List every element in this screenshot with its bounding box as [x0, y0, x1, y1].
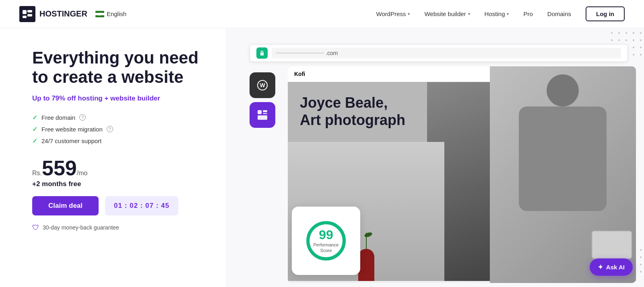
nav-hosting[interactable]: Hosting ▾ — [485, 10, 509, 17]
subtitle-prefix: Up to — [32, 94, 52, 102]
hero-subtitle: Up to 79% off hosting + website builder — [32, 94, 206, 102]
svg-rect-2 — [27, 14, 32, 16]
preview-title-line2: Art photograph — [300, 111, 405, 129]
price-currency: Rs. — [32, 170, 42, 176]
preview-site-name: Kofi — [294, 71, 305, 77]
main-content: Everything you need to create a website … — [0, 28, 644, 287]
nav-wordpress[interactable]: WordPress ▾ — [376, 10, 410, 17]
price-amount: 559 — [42, 156, 77, 180]
svg-rect-4 — [260, 53, 264, 55]
svg-rect-0 — [23, 10, 27, 14]
nav-pro-label: Pro — [523, 10, 533, 17]
feature-free-domain: ✓ Free domain ? — [32, 114, 206, 121]
svg-rect-8 — [263, 110, 267, 112]
flag-icon: ☪ — [95, 11, 104, 17]
shield-icon: 🛡 — [32, 223, 39, 232]
logo-icon — [19, 6, 35, 22]
website-preview-card: Kofi ≡ — [288, 66, 636, 283]
login-button[interactable]: Log in — [586, 6, 625, 21]
wordpress-icon[interactable]: W — [250, 72, 275, 98]
check-icon: ✓ — [32, 137, 37, 145]
guarantee-text: 🛡 30-day money-back guarantee — [32, 223, 206, 232]
right-panel: .com W — [225, 28, 644, 287]
cta-row: Claim deal 01 : 02 : 07 : 45 — [32, 196, 206, 215]
price-period: /mo — [77, 170, 88, 176]
performance-text: 99 PerformanceScore — [314, 228, 339, 254]
chevron-down-icon: ▾ — [468, 12, 470, 16]
price-area: Rs.559/mo +2 months free — [32, 158, 206, 188]
hero-title: Everything you need to create a website — [32, 48, 206, 87]
language-selector[interactable]: ☪ English — [95, 10, 126, 17]
app-icons-panel: W — [250, 72, 275, 128]
svg-rect-3 — [23, 16, 27, 18]
website-builder-icon[interactable] — [250, 102, 275, 128]
vase-shape — [358, 249, 374, 281]
website-card-inner: Kofi ≡ — [288, 66, 636, 283]
feature-support: ✓ 24/7 customer support — [32, 137, 206, 145]
claim-deal-button[interactable]: Claim deal — [32, 196, 99, 215]
browser-bar: .com — [250, 44, 628, 62]
guarantee-label: 30-day money-back guarantee — [43, 224, 119, 231]
url-bar: .com — [272, 48, 621, 58]
laptop-shape — [592, 231, 632, 259]
domain-extension: .com — [326, 50, 338, 56]
sparkle-icon: ✦ — [598, 263, 603, 271]
countdown-timer: 01 : 02 : 07 : 45 — [105, 196, 178, 215]
feature-support-label: 24/7 customer support — [41, 137, 101, 144]
feature-free-domain-label: Free domain — [41, 114, 75, 121]
performance-score-card: 99 PerformanceScore — [292, 207, 360, 275]
help-icon[interactable]: ? — [79, 114, 86, 121]
nav-domains-label: Domains — [547, 10, 571, 17]
chevron-down-icon: ▾ — [408, 12, 410, 16]
main-nav: WordPress ▾ Website builder ▾ Hosting ▾ … — [376, 6, 625, 21]
performance-score-label: PerformanceScore — [314, 242, 339, 254]
feature-migration-label: Free website migration — [41, 126, 103, 133]
nav-website-builder-label: Website builder — [424, 10, 466, 17]
performance-score-number: 99 — [314, 228, 339, 241]
chevron-down-icon: ▾ — [507, 12, 509, 16]
woman-photo-area — [490, 66, 636, 283]
nav-pro[interactable]: Pro — [523, 10, 533, 17]
logo-text: HOSTINGER — [39, 9, 87, 18]
ask-ai-label: Ask AI — [606, 264, 625, 271]
language-label: English — [107, 10, 126, 17]
feature-migration: ✓ Free website migration ? — [32, 125, 206, 133]
leaf — [364, 232, 373, 238]
svg-rect-1 — [27, 10, 32, 12]
nav-website-builder[interactable]: Website builder ▾ — [424, 10, 470, 17]
preview-title-line1: Joyce Beale, — [300, 94, 405, 111]
body-shape — [519, 107, 607, 211]
header-left: HOSTINGER ☪ English — [19, 6, 126, 22]
nav-hosting-label: Hosting — [485, 10, 505, 17]
preview-title: Joyce Beale, Art photograph — [300, 94, 405, 129]
svg-rect-9 — [263, 113, 267, 114]
head-shape — [547, 74, 579, 107]
price-bonus: +2 months free — [32, 180, 206, 188]
url-placeholder-line — [276, 53, 324, 53]
check-icon: ✓ — [32, 125, 37, 133]
ask-ai-button[interactable]: ✦ Ask AI — [590, 258, 633, 276]
features-list: ✓ Free domain ? ✓ Free website migration… — [32, 114, 206, 145]
header: HOSTINGER ☪ English WordPress ▾ Website … — [0, 0, 644, 28]
performance-circle: 99 PerformanceScore — [304, 219, 348, 263]
nav-wordpress-label: WordPress — [376, 10, 406, 17]
subtitle-suffix: off hosting + website builder — [65, 94, 160, 102]
person-silhouette — [490, 66, 636, 283]
svg-rect-10 — [258, 115, 267, 120]
hero-section: Everything you need to create a website … — [0, 28, 225, 287]
svg-text:W: W — [260, 82, 265, 88]
help-icon[interactable]: ? — [107, 126, 113, 132]
check-icon: ✓ — [32, 114, 37, 121]
nav-domains[interactable]: Domains — [547, 10, 571, 17]
discount-text: 79% — [52, 94, 65, 102]
logo[interactable]: HOSTINGER — [19, 6, 87, 22]
svg-rect-7 — [258, 110, 262, 114]
ssl-lock-icon — [256, 47, 268, 59]
